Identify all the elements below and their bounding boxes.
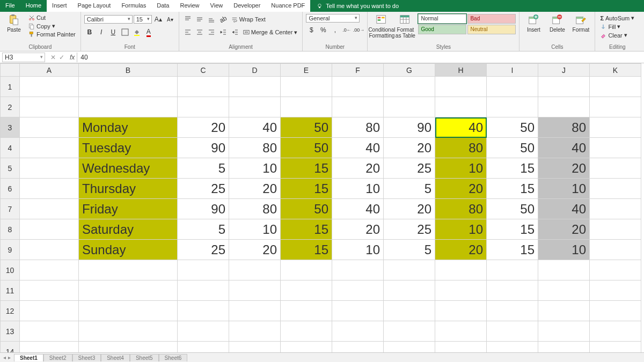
cell-D9[interactable]: 20	[229, 240, 281, 260]
cell-G11[interactable]	[384, 280, 435, 301]
cell-C10[interactable]	[178, 260, 229, 280]
col-header-D[interactable]: D	[229, 64, 281, 77]
cut-button[interactable]: Cut	[27, 14, 77, 21]
cell-J9[interactable]: 10	[538, 240, 590, 260]
cell-K11[interactable]	[590, 280, 641, 301]
cell-D4[interactable]: 80	[229, 138, 281, 158]
currency-button[interactable]: $	[306, 25, 317, 35]
col-header-H[interactable]: H	[435, 64, 487, 77]
cell-E10[interactable]	[281, 260, 332, 280]
cell-G5[interactable]: 25	[384, 158, 435, 179]
border-button[interactable]	[120, 27, 130, 38]
row-header-7[interactable]: 7	[1, 199, 20, 219]
col-header-J[interactable]: J	[538, 64, 590, 77]
row-header-3[interactable]: 3	[1, 117, 20, 138]
style-neutral[interactable]: Neutral	[467, 25, 516, 34]
font-size-select[interactable]: 15	[134, 15, 152, 24]
row-header-13[interactable]: 13	[1, 321, 20, 342]
cell-G12[interactable]	[384, 301, 435, 321]
cell-H14[interactable]	[435, 342, 487, 353]
col-header-F[interactable]: F	[332, 64, 384, 77]
row-header-9[interactable]: 9	[1, 240, 20, 260]
cell-B12[interactable]	[79, 301, 178, 321]
cell-J10[interactable]	[538, 260, 590, 280]
cell-J4[interactable]: 40	[538, 138, 590, 158]
style-normal[interactable]: Normal	[418, 14, 466, 24]
cell-B6[interactable]: Thursday	[79, 179, 178, 199]
tab-data[interactable]: Data	[151, 0, 174, 12]
cell-J1[interactable]	[538, 77, 590, 97]
cell-A12[interactable]	[20, 301, 79, 321]
cell-E5[interactable]: 15	[281, 158, 332, 179]
style-good[interactable]: Good	[418, 25, 466, 34]
cell-D6[interactable]: 20	[229, 179, 281, 199]
col-header-A[interactable]: A	[20, 64, 79, 77]
cell-A10[interactable]	[20, 260, 79, 280]
cell-H11[interactable]	[435, 280, 487, 301]
row-header-11[interactable]: 11	[1, 280, 20, 301]
cell-I8[interactable]: 15	[487, 219, 538, 240]
cell-H1[interactable]	[435, 77, 487, 97]
cell-H7[interactable]: 80	[435, 199, 487, 219]
cell-J5[interactable]: 20	[538, 158, 590, 179]
row-header-10[interactable]: 10	[1, 260, 20, 280]
cell-C9[interactable]: 25	[178, 240, 229, 260]
cell-E3[interactable]: 50	[281, 117, 332, 138]
cell-H3[interactable]: 40	[435, 117, 487, 138]
fx-button[interactable]: fx	[68, 54, 77, 61]
cell-B2[interactable]	[79, 97, 178, 117]
font-name-select[interactable]: Calibri	[84, 15, 133, 24]
cell-A3[interactable]	[20, 117, 79, 138]
cell-F9[interactable]: 10	[332, 240, 384, 260]
cell-A7[interactable]	[20, 199, 79, 219]
cell-K13[interactable]	[590, 321, 641, 342]
cell-J13[interactable]	[538, 321, 590, 342]
cell-K5[interactable]	[590, 158, 641, 179]
cell-A2[interactable]	[20, 97, 79, 117]
cancel-formula-button[interactable]: ✕	[50, 54, 56, 61]
cell-A6[interactable]	[20, 179, 79, 199]
format-cells-button[interactable]: Format	[570, 14, 591, 33]
cell-C6[interactable]: 25	[178, 179, 229, 199]
cell-A1[interactable]	[20, 77, 79, 97]
cell-H4[interactable]: 80	[435, 138, 487, 158]
cell-C3[interactable]: 20	[178, 117, 229, 138]
row-header-8[interactable]: 8	[1, 219, 20, 240]
shrink-font-button[interactable]: A▾	[165, 14, 175, 25]
cell-H12[interactable]	[435, 301, 487, 321]
tab-formulas[interactable]: Formulas	[116, 0, 151, 12]
col-header-B[interactable]: B	[79, 64, 178, 77]
cell-G1[interactable]	[384, 77, 435, 97]
cell-A8[interactable]	[20, 219, 79, 240]
grow-font-button[interactable]: A▴	[153, 14, 164, 25]
cell-I14[interactable]	[487, 342, 538, 353]
cell-E6[interactable]: 15	[281, 179, 332, 199]
col-header-K[interactable]: K	[590, 64, 641, 77]
cell-H8[interactable]: 10	[435, 219, 487, 240]
cell-K3[interactable]	[590, 117, 641, 138]
cell-G2[interactable]	[384, 97, 435, 117]
cell-F5[interactable]: 20	[332, 158, 384, 179]
tell-me[interactable]: Tell me what you want to do	[310, 0, 644, 12]
increase-indent-button[interactable]	[230, 27, 240, 38]
cell-G14[interactable]	[384, 342, 435, 353]
cell-G6[interactable]: 5	[384, 179, 435, 199]
cell-E1[interactable]	[281, 77, 332, 97]
cell-D13[interactable]	[229, 321, 281, 342]
cell-G9[interactable]: 5	[384, 240, 435, 260]
cell-H5[interactable]: 10	[435, 158, 487, 179]
paste-button[interactable]: Paste	[3, 14, 25, 33]
cell-E8[interactable]: 15	[281, 219, 332, 240]
tab-nuance[interactable]: Nuance PDF	[266, 0, 310, 12]
cell-K8[interactable]	[590, 219, 641, 240]
cell-B5[interactable]: Wednesday	[79, 158, 178, 179]
conditional-formatting-button[interactable]: Conditional Formatting	[371, 14, 392, 39]
cell-F7[interactable]: 40	[332, 199, 384, 219]
cell-H2[interactable]	[435, 97, 487, 117]
style-bad[interactable]: Bad	[467, 14, 516, 24]
row-header-14[interactable]: 14	[1, 342, 20, 353]
cell-G4[interactable]: 20	[384, 138, 435, 158]
cell-J7[interactable]: 40	[538, 199, 590, 219]
cell-K2[interactable]	[590, 97, 641, 117]
cell-I5[interactable]: 15	[487, 158, 538, 179]
